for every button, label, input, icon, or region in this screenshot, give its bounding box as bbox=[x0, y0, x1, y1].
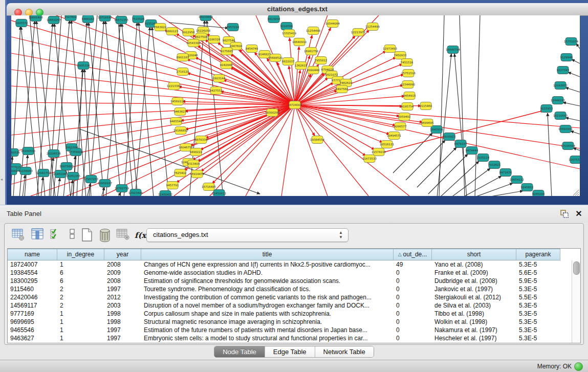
resize-grip-icon[interactable] bbox=[577, 194, 579, 195]
cell-pagerank[interactable]: 5.3E-5 bbox=[516, 301, 560, 310]
column-header-year[interactable]: year bbox=[104, 249, 141, 260]
cell-title[interactable]: Investigating the contribution of common… bbox=[141, 293, 394, 301]
cell-pagerank[interactable]: 5.3E-5 bbox=[516, 318, 560, 326]
cell-short[interactable]: de Silva et al. (2003) bbox=[432, 301, 516, 310]
cell-in-degree[interactable]: 2 bbox=[57, 293, 104, 301]
table-row[interactable]: 969969511998Structural magnetic resonanc… bbox=[8, 318, 572, 326]
citation-edge[interactable] bbox=[281, 105, 295, 196]
cell-year[interactable]: 2009 bbox=[104, 269, 141, 277]
cell-year[interactable]: 1998 bbox=[104, 310, 141, 318]
cell-title[interactable]: Estimation of significance thresholds fo… bbox=[141, 277, 394, 285]
citation-edge[interactable] bbox=[246, 105, 295, 196]
cell-name[interactable]: 9777169 bbox=[8, 310, 57, 318]
table-row[interactable]: 1456911722003Disruption of a novel membe… bbox=[8, 301, 572, 310]
table-row[interactable]: 2242004622012Investigating the contribut… bbox=[8, 293, 572, 301]
citation-edge[interactable] bbox=[201, 105, 295, 171]
citation-edge-black[interactable] bbox=[71, 20, 86, 196]
cell-pagerank[interactable]: 5.3E-5 bbox=[516, 260, 560, 269]
citation-edge[interactable] bbox=[295, 105, 328, 196]
cell-year[interactable]: 1997 bbox=[104, 285, 141, 293]
cell-in-degree[interactable]: 1 bbox=[57, 318, 104, 326]
cell-out-de-[interactable]: 0 bbox=[394, 269, 432, 277]
citation-edge-black[interactable] bbox=[139, 23, 154, 196]
cell-out-de-[interactable]: 0 bbox=[394, 277, 432, 285]
cell-title[interactable]: Structural magnetic resonance image aver… bbox=[141, 318, 394, 326]
cell-pagerank[interactable]: 5.3E-5 bbox=[516, 310, 560, 318]
citation-edge-black[interactable] bbox=[571, 131, 580, 134]
network-canvas[interactable]: 2405572206914061065325715276026466162107… bbox=[11, 15, 580, 196]
citation-edge[interactable] bbox=[295, 105, 400, 116]
cell-pagerank[interactable]: 5.3E-5 bbox=[516, 334, 560, 342]
column-header-out-de-[interactable]: △out_de... bbox=[394, 249, 432, 260]
cell-title[interactable]: Embryonic stem cells: a model to study s… bbox=[141, 334, 394, 342]
tab-network-table[interactable]: Network Table bbox=[315, 346, 374, 357]
citation-edge[interactable] bbox=[295, 105, 368, 196]
cell-out-de-[interactable]: 0 bbox=[394, 318, 432, 326]
cell-year[interactable]: 1997 bbox=[104, 326, 141, 334]
citation-edge-black[interactable] bbox=[565, 87, 580, 92]
cell-out-de-[interactable]: 0 bbox=[394, 334, 432, 342]
cell-year[interactable]: 2008 bbox=[104, 277, 141, 285]
column-edit-icon[interactable] bbox=[31, 228, 46, 243]
column-header-pagerank[interactable]: pagerank bbox=[516, 249, 560, 260]
citation-edge-black[interactable] bbox=[568, 72, 580, 77]
citation-edge-black[interactable] bbox=[417, 147, 456, 187]
citation-edge[interactable] bbox=[295, 105, 389, 134]
citation-edge[interactable] bbox=[11, 70, 295, 105]
vertical-scrollbar[interactable] bbox=[572, 260, 580, 343]
cell-name[interactable]: 9465546 bbox=[8, 326, 57, 334]
column-header-name[interactable]: name bbox=[8, 249, 57, 260]
cell-short[interactable]: Tibbo et al. (1998) bbox=[432, 310, 516, 318]
citation-edge[interactable] bbox=[295, 105, 580, 169]
citation-edge-black[interactable] bbox=[57, 178, 60, 196]
tab-node-table[interactable]: Node Table bbox=[214, 346, 265, 357]
tab-edge-table[interactable]: Edge Table bbox=[265, 346, 315, 357]
citation-edge-black[interactable] bbox=[135, 27, 150, 196]
cell-name[interactable]: 22420046 bbox=[8, 293, 57, 301]
table-settings-icon[interactable] bbox=[12, 228, 26, 243]
column-header-title[interactable]: title bbox=[141, 249, 394, 260]
delete-icon[interactable] bbox=[98, 228, 112, 243]
cell-in-degree[interactable]: 1 bbox=[57, 326, 104, 334]
citation-network-graph[interactable]: 2405572206914061065325715276026466162107… bbox=[11, 15, 580, 196]
cell-out-de-[interactable]: 0 bbox=[394, 285, 432, 293]
cell-out-de-[interactable]: 0 bbox=[394, 326, 432, 334]
window-titlebar[interactable]: citations_edges.txt bbox=[7, 3, 588, 16]
citation-edge[interactable] bbox=[295, 105, 375, 150]
citation-edge-black[interactable] bbox=[41, 177, 43, 196]
cell-year[interactable]: 2003 bbox=[104, 301, 141, 310]
citation-edge[interactable] bbox=[289, 66, 295, 105]
citation-edge[interactable] bbox=[295, 105, 409, 196]
cell-name[interactable]: 14569117 bbox=[8, 301, 57, 310]
cell-pagerank[interactable]: 5.3E-5 bbox=[516, 285, 560, 293]
citation-edge[interactable] bbox=[295, 105, 315, 136]
citation-edge-black[interactable] bbox=[454, 54, 467, 196]
cell-title[interactable]: Genome-wide association studies in ADHD. bbox=[141, 269, 394, 277]
table-row[interactable]: 946362711997Embryonic stem cells: a mode… bbox=[8, 334, 572, 342]
cell-name[interactable]: 18300295 bbox=[8, 277, 57, 285]
cell-in-degree[interactable]: 1 bbox=[57, 334, 104, 342]
cell-short[interactable]: Franke et al. (2009) bbox=[432, 269, 516, 277]
citation-edge-black[interactable] bbox=[565, 118, 580, 121]
close-panel-icon[interactable]: ✕ bbox=[574, 209, 584, 219]
resize-grip-icon[interactable] bbox=[575, 192, 579, 195]
cell-short[interactable]: Stergiakouli et al. (2012) bbox=[432, 293, 516, 301]
citation-edge-black[interactable] bbox=[87, 183, 91, 196]
citation-edge[interactable] bbox=[295, 105, 580, 128]
citation-edge-black[interactable] bbox=[460, 15, 465, 196]
citation-edge-black[interactable] bbox=[451, 168, 490, 196]
table-select-dropdown[interactable]: citations_edges.txt ▲▼ bbox=[146, 228, 349, 242]
cell-short[interactable]: Dudbridge et al. (2008) bbox=[432, 277, 516, 285]
cell-title[interactable]: Disruption of a novel member of a sodium… bbox=[141, 301, 394, 310]
table-row[interactable]: 977716911998Corpus callosum shape and si… bbox=[8, 310, 572, 318]
citation-edge-black[interactable] bbox=[439, 15, 444, 196]
citation-edge-black[interactable] bbox=[437, 54, 451, 196]
cell-year[interactable]: 2008 bbox=[104, 260, 141, 269]
citation-edge[interactable] bbox=[210, 105, 295, 196]
cell-name[interactable]: 19384554 bbox=[8, 269, 57, 277]
citation-edge-black[interactable] bbox=[428, 154, 468, 194]
cell-pagerank[interactable]: 5.6E-5 bbox=[516, 269, 560, 277]
new-file-icon[interactable] bbox=[80, 228, 95, 243]
cell-short[interactable]: Hescheler et al. (1997) bbox=[432, 334, 516, 342]
cell-name[interactable]: 9699695 bbox=[8, 318, 57, 326]
